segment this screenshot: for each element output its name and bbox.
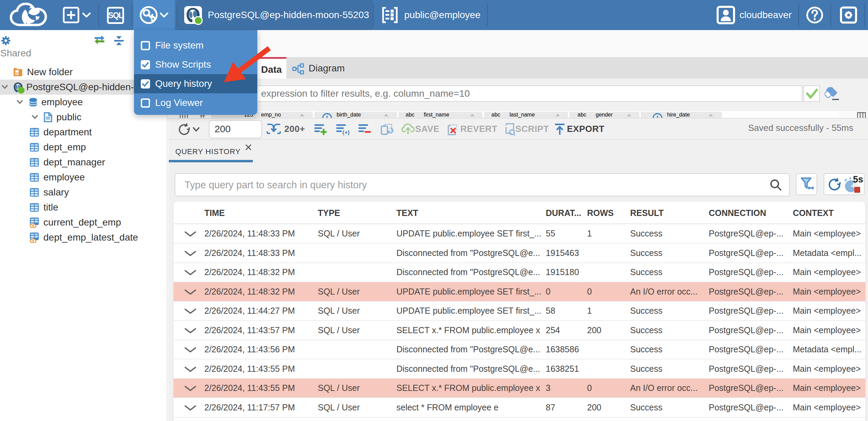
svg-text:SQL: SQL bbox=[108, 11, 123, 20]
svg-text:(+): (+) bbox=[342, 129, 350, 135]
